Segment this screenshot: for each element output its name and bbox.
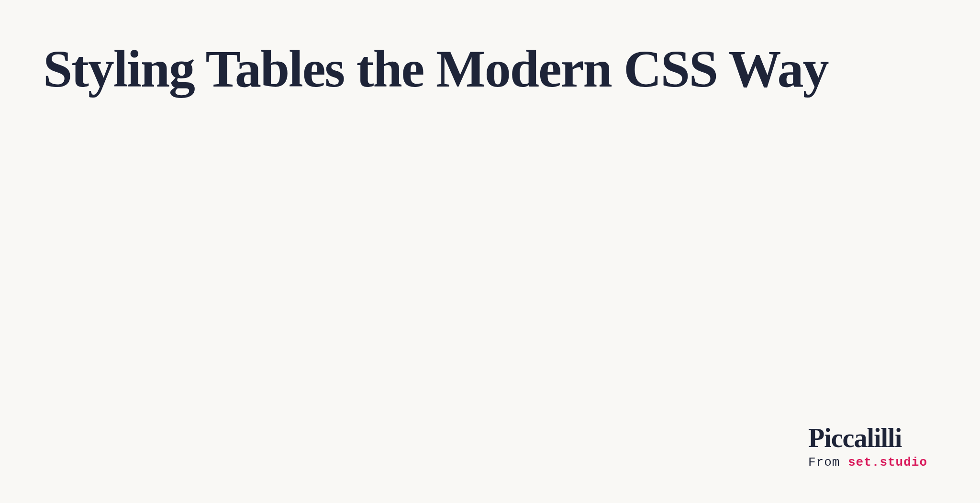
article-title: Styling Tables the Modern CSS Way xyxy=(43,38,828,100)
brand-name: Piccalilli xyxy=(808,425,927,451)
brand-section: Piccalilli From set.studio xyxy=(808,425,927,470)
brand-tagline-prefix: From xyxy=(808,455,848,470)
brand-tagline-link[interactable]: set.studio xyxy=(848,455,927,470)
brand-tagline: From set.studio xyxy=(808,455,927,470)
